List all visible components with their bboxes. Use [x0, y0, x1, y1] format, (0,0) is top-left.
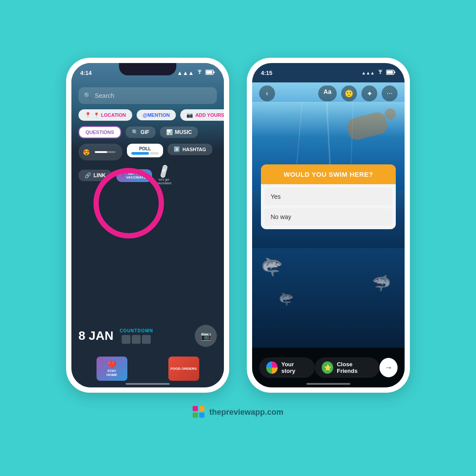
phone-left: 4:14 ▲▲▲ 🔍 Search: [66, 58, 229, 393]
camera-button[interactable]: 📷: [195, 325, 217, 347]
music-icon: 📊: [166, 129, 173, 135]
poll-overlay: WOULD YOU SWIM HERE? Yes No way: [261, 164, 396, 229]
sticker-mention[interactable]: @MENTION: [137, 110, 176, 120]
home-indicator-right: [306, 383, 350, 385]
next-button[interactable]: →: [379, 358, 398, 377]
thumb-stayhome[interactable]: ❤️ STAYHOME: [97, 357, 127, 381]
sticker-row-2: QUESTIONS 🔍 GIF 📊 MUSIC: [78, 126, 217, 138]
sticker-hashtag[interactable]: #️⃣ HASHTAG: [167, 144, 212, 155]
signal-icon: ▲▲▲: [177, 70, 194, 76]
footer: thepreviewapp.com: [193, 406, 283, 418]
logo-q3: [193, 413, 198, 418]
footer-url: thepreviewapp.com: [209, 408, 283, 417]
poll-label: POLL: [131, 146, 159, 151]
logo-q4: [199, 413, 205, 418]
hashtag-icon: #️⃣: [174, 146, 180, 152]
search-bar[interactable]: 🔍 Search: [78, 87, 217, 104]
poll-answer-noway[interactable]: No way: [264, 208, 392, 226]
sticker-row-3: 😍 POLL #️⃣ HASHTAG: [78, 144, 217, 160]
battery-icon: [205, 70, 215, 76]
close-friends-button[interactable]: ⭐ Close Friends: [315, 357, 379, 378]
countdown-sticker[interactable]: COUNTDOWN: [119, 328, 153, 344]
more-icon: ···: [387, 89, 392, 97]
swimmer-head: [385, 108, 396, 119]
time-right: 4:15: [261, 70, 272, 76]
countdown-box-1: [122, 335, 130, 344]
poll-question: WOULD YOU SWIM HERE?: [261, 164, 396, 184]
back-icon: ‹: [266, 89, 268, 97]
face-icon: 🙂: [345, 89, 353, 98]
sticker-music[interactable]: 📊 MUSIC: [160, 126, 198, 138]
bandaid-icon: 🩹: [156, 164, 172, 179]
addyours-icon: 📷: [186, 112, 193, 118]
poll-answers: Yes No way: [261, 184, 396, 229]
countdown-box-3: [142, 335, 151, 344]
sticker-gif[interactable]: 🔍 GIF: [126, 126, 156, 138]
search-placeholder: Search: [95, 92, 114, 99]
logo-q1: [193, 406, 198, 411]
svg-rect-2: [206, 71, 212, 74]
status-icons-left: ▲▲▲: [177, 70, 215, 76]
questions-label: QUESTIONS: [86, 130, 114, 135]
your-story-button[interactable]: Your story: [259, 357, 315, 378]
link-icon: 🔗: [85, 172, 91, 178]
search-icon: 🔍: [84, 92, 91, 99]
phone-right: 🦈 🦈 🦈 4:15 ▲▲▲: [247, 58, 410, 393]
sticker-row-1: 📍 📍 LOCATION @MENTION 📷 ADD YOURS: [78, 109, 217, 121]
emoji-icon: 😍: [83, 149, 90, 156]
home-indicator-left: [126, 383, 170, 385]
countdown-box-2: [132, 335, 141, 344]
sharks-area: 🦈 🦈 🦈: [252, 248, 405, 348]
notch-right: [300, 63, 357, 75]
bottom-row: 8 JAN COUNTDOWN 📷: [78, 325, 217, 347]
footer-logo: [193, 406, 205, 418]
text-style-button[interactable]: Aa: [318, 86, 337, 101]
sticker-emoji-slider[interactable]: 😍: [78, 144, 123, 160]
close-friends-label: Close Friends: [337, 361, 372, 374]
your-story-icon: [266, 361, 278, 374]
close-friends-icon: ⭐: [322, 361, 333, 374]
pink-circle-highlight: [93, 168, 164, 238]
svg-rect-1: [214, 71, 215, 73]
shark-1: 🦈: [261, 257, 283, 278]
foodorders-label: FOOD ORDERS: [171, 367, 197, 371]
sticker-poll[interactable]: POLL: [127, 144, 163, 157]
sticker-questions[interactable]: QUESTIONS: [78, 126, 121, 138]
search-gif-icon: 🔍: [132, 129, 138, 135]
sticker-addyours[interactable]: 📷 ADD YOURS: [180, 109, 224, 121]
countdown-label: COUNTDOWN: [119, 328, 153, 333]
location-icon: 📍: [85, 112, 91, 118]
status-icons-right: ▲▲▲: [361, 70, 396, 76]
phones-container: 4:14 ▲▲▲ 🔍 Search: [66, 58, 410, 393]
notch-left: [119, 63, 176, 75]
svg-rect-4: [394, 71, 396, 73]
top-toolbar: ‹ Aa 🙂 ✦ ···: [252, 82, 405, 104]
sparkle-icon: ✦: [367, 89, 372, 98]
shark-2: 🦈: [372, 275, 391, 293]
date-sticker: 8 JAN: [78, 329, 113, 343]
poll-bars: [131, 152, 159, 155]
shark-3: 🦈: [279, 292, 294, 307]
sticker-button[interactable]: 🙂: [341, 86, 357, 101]
more-button[interactable]: ···: [382, 86, 398, 101]
swimmer-body: [345, 110, 389, 142]
time-left: 4:14: [80, 70, 92, 76]
signal-icon-right: ▲▲▲: [361, 71, 375, 75]
battery-icon-right: [386, 70, 396, 76]
mention-label: @MENTION: [143, 112, 170, 118]
sparkle-button[interactable]: ✦: [361, 86, 377, 101]
toolbar-right: Aa 🙂 ✦ ···: [318, 86, 398, 101]
logo-q2: [199, 406, 205, 411]
story-bar: Your story ⭐ Close Friends →: [252, 348, 405, 387]
thumb-foodorders[interactable]: FOOD ORDERS: [168, 357, 199, 381]
wifi-icon-right: [377, 70, 384, 76]
your-story-label: Your story: [281, 361, 308, 374]
sticker-location[interactable]: 📍 📍 LOCATION: [78, 109, 132, 121]
camera-icon: 📷: [201, 331, 212, 341]
back-button[interactable]: ‹: [259, 86, 275, 101]
stayhome-label: STAYHOME: [107, 369, 117, 377]
bandaid-sticker[interactable]: 🩹 let's getvaccinated: [156, 166, 171, 186]
bottom-bar-left: ❤️ STAYHOME FOOD ORDERS: [71, 350, 224, 387]
next-icon: →: [384, 363, 392, 372]
poll-answer-yes[interactable]: Yes: [264, 188, 392, 205]
